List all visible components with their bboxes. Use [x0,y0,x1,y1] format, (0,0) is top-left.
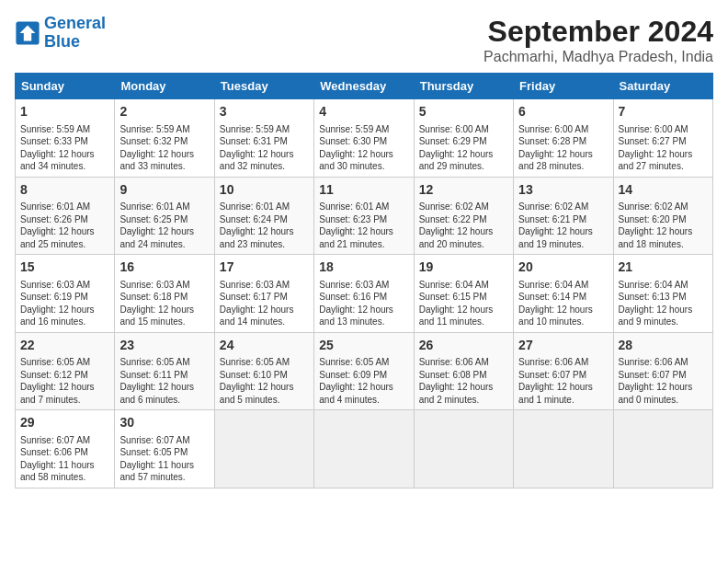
day-number: 14 [619,181,708,200]
day-number: 26 [419,337,508,355]
weekday-header-row: SundayMondayTuesdayWednesdayThursdayFrid… [16,74,713,99]
weekday-header-saturday: Saturday [613,74,712,99]
calendar-day-21: 21Sunrise: 6:04 AMSunset: 6:13 PMDayligh… [613,255,712,333]
day-info: Sunrise: 6:07 AMSunset: 6:05 PMDaylight:… [119,434,209,484]
day-number: 28 [619,337,708,355]
calendar-empty-cell [414,410,513,488]
weekday-header-friday: Friday [514,74,613,99]
calendar-table: SundayMondayTuesdayWednesdayThursdayFrid… [15,73,713,488]
calendar-empty-cell [314,410,414,488]
day-info: Sunrise: 6:06 AMSunset: 6:08 PMDaylight:… [419,356,508,406]
day-info: Sunrise: 6:00 AMSunset: 6:29 PMDaylight:… [419,123,508,173]
day-number: 2 [119,103,209,121]
calendar-day-7: 7Sunrise: 6:00 AMSunset: 6:27 PMDaylight… [613,99,712,178]
day-info: Sunrise: 6:07 AMSunset: 6:06 PMDaylight:… [20,434,109,484]
calendar-week-row: 8Sunrise: 6:01 AMSunset: 6:26 PMDaylight… [16,177,713,255]
day-number: 27 [518,337,608,355]
day-info: Sunrise: 6:05 AMSunset: 6:09 PMDaylight:… [319,356,408,406]
title-area: September 2024 Pachmarhi, Madhya Pradesh… [483,15,713,65]
calendar-title: September 2024 [483,15,713,49]
day-info: Sunrise: 6:02 AMSunset: 6:21 PMDaylight:… [518,201,608,250]
day-number: 30 [119,414,209,432]
calendar-day-29: 29Sunrise: 6:07 AMSunset: 6:06 PMDayligh… [16,410,115,488]
day-info: Sunrise: 6:06 AMSunset: 6:07 PMDaylight:… [619,356,708,406]
calendar-day-11: 11Sunrise: 6:01 AMSunset: 6:23 PMDayligh… [314,177,414,255]
weekday-header-monday: Monday [115,74,214,99]
calendar-day-30: 30Sunrise: 6:07 AMSunset: 6:05 PMDayligh… [115,410,214,488]
day-info: Sunrise: 5:59 AMSunset: 6:33 PMDaylight:… [20,123,109,173]
calendar-day-16: 16Sunrise: 6:03 AMSunset: 6:18 PMDayligh… [115,255,214,333]
day-info: Sunrise: 6:02 AMSunset: 6:22 PMDaylight:… [419,201,508,250]
day-number: 23 [119,337,209,355]
calendar-day-18: 18Sunrise: 6:03 AMSunset: 6:16 PMDayligh… [314,255,414,333]
logo-text: General Blue [44,15,106,52]
calendar-empty-cell [214,410,313,488]
day-info: Sunrise: 6:03 AMSunset: 6:19 PMDaylight:… [20,279,109,328]
day-number: 4 [319,103,408,121]
logo-line2: Blue [44,32,80,51]
logo: General Blue [15,15,106,52]
calendar-day-17: 17Sunrise: 6:03 AMSunset: 6:17 PMDayligh… [214,255,313,333]
calendar-day-19: 19Sunrise: 6:04 AMSunset: 6:15 PMDayligh… [414,255,513,333]
day-number: 18 [319,259,408,277]
weekday-header-tuesday: Tuesday [214,74,313,99]
day-info: Sunrise: 6:04 AMSunset: 6:13 PMDaylight:… [619,279,708,328]
day-number: 11 [319,181,408,200]
logo-line1: General [44,14,106,32]
calendar-day-4: 4Sunrise: 5:59 AMSunset: 6:30 PMDaylight… [314,99,414,178]
calendar-day-22: 22Sunrise: 6:05 AMSunset: 6:12 PMDayligh… [16,332,115,410]
day-number: 29 [20,414,109,432]
calendar-day-23: 23Sunrise: 6:05 AMSunset: 6:11 PMDayligh… [115,332,214,410]
day-info: Sunrise: 6:04 AMSunset: 6:14 PMDaylight:… [518,279,608,328]
calendar-day-20: 20Sunrise: 6:04 AMSunset: 6:14 PMDayligh… [514,255,613,333]
calendar-empty-cell [613,410,712,488]
day-info: Sunrise: 6:01 AMSunset: 6:26 PMDaylight:… [20,201,109,250]
calendar-day-10: 10Sunrise: 6:01 AMSunset: 6:24 PMDayligh… [214,177,313,255]
page-header: General Blue September 2024 Pachmarhi, M… [15,15,713,65]
day-number: 7 [619,103,708,121]
day-number: 19 [419,259,508,277]
day-info: Sunrise: 6:05 AMSunset: 6:11 PMDaylight:… [119,356,209,406]
day-info: Sunrise: 6:03 AMSunset: 6:16 PMDaylight:… [319,279,408,328]
calendar-week-row: 29Sunrise: 6:07 AMSunset: 6:06 PMDayligh… [16,410,713,488]
weekday-header-thursday: Thursday [414,74,513,99]
day-info: Sunrise: 6:00 AMSunset: 6:27 PMDaylight:… [619,123,708,173]
calendar-day-15: 15Sunrise: 6:03 AMSunset: 6:19 PMDayligh… [16,255,115,333]
weekday-header-sunday: Sunday [16,74,115,99]
calendar-day-9: 9Sunrise: 6:01 AMSunset: 6:25 PMDaylight… [115,177,214,255]
calendar-day-13: 13Sunrise: 6:02 AMSunset: 6:21 PMDayligh… [514,177,613,255]
day-info: Sunrise: 6:01 AMSunset: 6:23 PMDaylight:… [319,201,408,250]
calendar-day-12: 12Sunrise: 6:02 AMSunset: 6:22 PMDayligh… [414,177,513,255]
calendar-day-26: 26Sunrise: 6:06 AMSunset: 6:08 PMDayligh… [414,332,513,410]
calendar-day-8: 8Sunrise: 6:01 AMSunset: 6:26 PMDaylight… [16,177,115,255]
calendar-week-row: 15Sunrise: 6:03 AMSunset: 6:19 PMDayligh… [16,255,713,333]
day-info: Sunrise: 6:02 AMSunset: 6:20 PMDaylight:… [619,201,708,250]
day-info: Sunrise: 6:04 AMSunset: 6:15 PMDaylight:… [419,279,508,328]
calendar-day-14: 14Sunrise: 6:02 AMSunset: 6:20 PMDayligh… [613,177,712,255]
calendar-week-row: 1Sunrise: 5:59 AMSunset: 6:33 PMDaylight… [16,99,713,178]
day-info: Sunrise: 6:01 AMSunset: 6:24 PMDaylight:… [220,201,309,250]
calendar-day-6: 6Sunrise: 6:00 AMSunset: 6:28 PMDaylight… [514,99,613,178]
weekday-header-wednesday: Wednesday [314,74,414,99]
day-number: 20 [518,259,608,277]
day-number: 17 [220,259,309,277]
day-info: Sunrise: 5:59 AMSunset: 6:32 PMDaylight:… [119,123,209,173]
calendar-day-2: 2Sunrise: 5:59 AMSunset: 6:32 PMDaylight… [115,99,214,178]
day-info: Sunrise: 6:06 AMSunset: 6:07 PMDaylight:… [518,356,608,406]
day-number: 12 [419,181,508,200]
day-number: 16 [119,259,209,277]
day-number: 8 [20,181,109,200]
calendar-day-27: 27Sunrise: 6:06 AMSunset: 6:07 PMDayligh… [514,332,613,410]
logo-icon [15,20,40,46]
day-number: 15 [20,259,109,277]
calendar-day-28: 28Sunrise: 6:06 AMSunset: 6:07 PMDayligh… [613,332,712,410]
calendar-subtitle: Pachmarhi, Madhya Pradesh, India [483,49,713,65]
day-number: 25 [319,337,408,355]
day-info: Sunrise: 6:01 AMSunset: 6:25 PMDaylight:… [119,201,209,250]
calendar-day-25: 25Sunrise: 6:05 AMSunset: 6:09 PMDayligh… [314,332,414,410]
calendar-day-5: 5Sunrise: 6:00 AMSunset: 6:29 PMDaylight… [414,99,513,178]
day-number: 10 [220,181,309,200]
day-info: Sunrise: 6:03 AMSunset: 6:18 PMDaylight:… [119,279,209,328]
day-info: Sunrise: 6:05 AMSunset: 6:10 PMDaylight:… [220,356,309,406]
day-number: 1 [20,103,109,121]
